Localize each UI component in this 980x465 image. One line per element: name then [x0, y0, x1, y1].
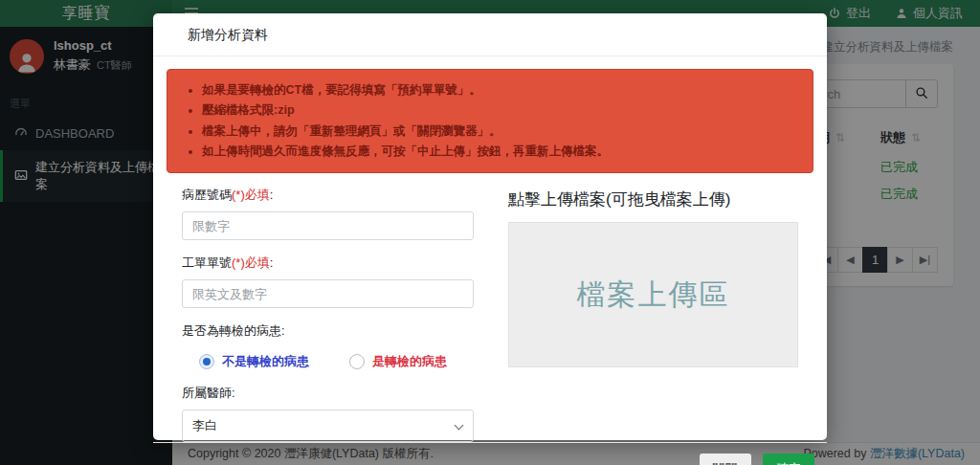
radio-unselected-icon[interactable]	[349, 354, 365, 369]
modal-body: 病歷號碼(*)必填: 工單單號(*)必填: 是否為轉檢的病患: 不是轉檢的病患 …	[153, 173, 827, 442]
transfer-radio-group: 不是轉檢的病患 是轉檢的病患	[199, 353, 474, 370]
doctor-label: 所屬醫師:	[182, 385, 474, 402]
dropzone-text: 檔案上傳區	[577, 276, 730, 315]
form-column: 病歷號碼(*)必填: 工單單號(*)必填: 是否為轉檢的病患: 不是轉檢的病患 …	[182, 185, 474, 442]
alert-line: 如上傳時間過久而進度條無反應，可按「中止上傳」按鈕，再重新上傳檔案。	[202, 142, 793, 162]
radio-label: 是轉檢的病患	[372, 353, 447, 370]
work-order-input[interactable]	[182, 279, 474, 308]
upload-warning-alert: 如果是要轉檢的CT檔，要記得填寫「預約單單號」。 壓縮檔格式限:zip 檔案上傳…	[167, 69, 813, 173]
upload-title: 點擊上傳檔案(可拖曳檔案上傳)	[508, 188, 798, 210]
file-dropzone[interactable]: 檔案上傳區	[508, 222, 798, 367]
app-root: 享睡寶 登出 個人資訊 lshosp_ct 林書豪CT醫師 選單	[0, 0, 980, 465]
work-order-label: 工單單號(*)必填:	[182, 255, 474, 272]
confirm-button[interactable]: 確定	[763, 454, 814, 465]
close-button[interactable]: 關閉	[700, 454, 751, 465]
radio-label: 不是轉檢的病患	[222, 353, 309, 370]
add-analysis-modal: 新增分析資料 如果是要轉檢的CT檔，要記得填寫「預約單單號」。 壓縮檔格式限:z…	[153, 13, 827, 440]
radio-is-transfer[interactable]: 是轉檢的病患	[349, 353, 447, 370]
doctor-select[interactable]: 李白	[182, 410, 474, 442]
doctor-selected-value: 李白	[192, 417, 217, 434]
transfer-question-label: 是否為轉檢的病患:	[182, 322, 474, 340]
required-marker: (*)必填	[232, 188, 270, 202]
modal-title: 新增分析資料	[188, 27, 268, 42]
alert-line: 檔案上傳中，請勿「重新整理網頁」或「關閉瀏覽器」。	[202, 122, 793, 142]
required-marker: (*)必填	[232, 255, 270, 270]
chevron-down-icon	[455, 421, 464, 431]
modal-footer: 關閉 確定	[153, 442, 827, 465]
radio-not-transfer[interactable]: 不是轉檢的病患	[199, 353, 309, 370]
mrn-label: 病歷號碼(*)必填:	[182, 187, 474, 204]
mrn-input[interactable]	[182, 211, 474, 240]
radio-selected-icon[interactable]	[199, 354, 214, 369]
alert-line: 壓縮檔格式限:zip	[202, 100, 793, 121]
upload-column: 點擊上傳檔案(可拖曳檔案上傳) 檔案上傳區	[508, 185, 798, 442]
modal-header: 新增分析資料	[153, 13, 827, 56]
alert-line: 如果是要轉檢的CT檔，要記得填寫「預約單單號」。	[202, 80, 793, 100]
